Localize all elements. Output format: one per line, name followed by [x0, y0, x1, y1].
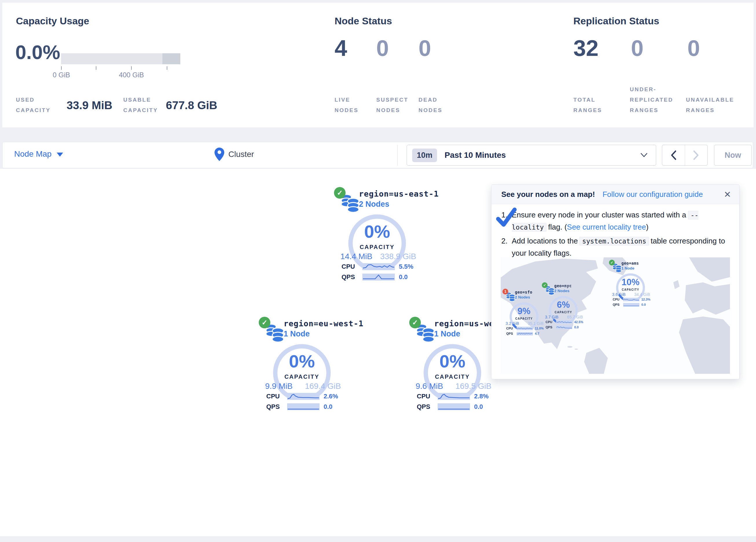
region-used-capacity: 9.9 MiB [265, 382, 293, 391]
live-nodes-label: LIVE NODES [335, 95, 359, 115]
region-group-geo-ams[interactable]: ✓ geo=ams 1 Node 10% CAPACITY 3.6 GiB 34… [610, 260, 656, 308]
view-mode-label: Node Map [14, 149, 52, 159]
region-name: region=us-east-1 [359, 189, 439, 198]
time-range-label: Past 10 Minutes [445, 150, 506, 160]
region-warning-badge: 1 [502, 289, 508, 295]
close-icon[interactable]: ✕ [724, 189, 731, 199]
check-icon: ✓ [412, 319, 418, 327]
under-replicated-count: 0 [631, 35, 643, 61]
region-total-capacity: 169.4 GiB [305, 382, 341, 391]
region-group-us-east-1[interactable]: ✓ region=us-east-1 2 Nodes 0% CAPACITY 1… [335, 189, 428, 284]
map-toolbar: Node Map Cluster 10m Past 10 Minutes Now [2, 142, 753, 168]
region-healthy-badge: ✓ [609, 260, 615, 265]
now-button[interactable]: Now [714, 145, 752, 166]
region-node-count: 2 Nodes [359, 200, 389, 209]
region-node-count: 2 Nodes [515, 295, 530, 300]
step-text: Add locations to the [512, 236, 578, 245]
region-healthy-badge: ✓ [334, 187, 346, 198]
region-node-count: 1 Node [434, 330, 460, 339]
region-group-us-west-1[interactable]: ✓ region=us-west-1 1 Node 0% CAPACITY 9.… [410, 319, 503, 414]
region-healthy-badge: ✓ [542, 282, 548, 288]
check-icon: ✓ [610, 260, 613, 264]
qps-label: QPS [266, 403, 283, 411]
capacity-gauge-percent: 0% [270, 351, 334, 372]
time-range-dropdown[interactable]: 10m Past 10 Minutes [407, 145, 656, 166]
capacity-gauge-percent: 0% [345, 221, 409, 242]
region-total-capacity: 169.5 GiB [455, 382, 491, 391]
capacity-gauge-percent: 6% [548, 300, 579, 310]
cluster-summary-panel: Capacity Usage 0.0% 0 GiB 400 GiB USED C… [2, 3, 754, 127]
capacity-usage-title: Capacity Usage [16, 15, 89, 27]
qps-value: 0.0 [474, 403, 483, 411]
capacity-gauge-label: CAPACITY [345, 244, 409, 250]
cluster-overview-page: { "stats": { "capacity": { "title": "Cap… [0, 0, 756, 542]
qps-value: 0.0 [399, 273, 408, 281]
region-group-geo-nyc[interactable]: ✓ geo=nyc 2 Nodes 6% CAPACITY 3.7 GiB 65… [542, 283, 589, 331]
cpu-value: 2.8% [474, 393, 489, 400]
cpu-value: 42.5% [574, 320, 583, 324]
suspect-nodes-label: SUSPECT NODES [376, 95, 408, 115]
cpu-label: CPU [342, 263, 358, 270]
qps-sparkline [287, 403, 320, 410]
qps-label: QPS [546, 326, 554, 329]
dead-nodes-label: DEAD NODES [419, 95, 443, 115]
step-text: flag. ( [548, 223, 567, 231]
time-forward-button[interactable] [685, 145, 708, 165]
toolbar-divider [397, 145, 398, 166]
capacity-gauge-percent: 10% [615, 277, 647, 287]
region-total-capacity: 338.9 GiB [380, 252, 416, 261]
time-step-buttons [662, 145, 708, 166]
under-replicated-label: UNDER- REPLICATED RANGES [630, 84, 673, 115]
dead-nodes-count: 0 [419, 35, 431, 61]
chevron-right-icon [693, 150, 700, 160]
cpu-value: 5.5% [399, 263, 413, 270]
cpu-sparkline [362, 263, 395, 270]
capacity-bar [61, 53, 180, 64]
qps-value: 0.0 [641, 303, 646, 307]
qps-label: QPS [613, 303, 621, 307]
region-used-capacity: 3.2 GiB [506, 321, 519, 326]
qps-sparkline [362, 274, 395, 281]
system-locations-code: system.locations [579, 237, 649, 245]
region-name: geo=ams [621, 261, 639, 265]
chevron-down-icon [640, 152, 648, 158]
total-ranges-count: 32 [573, 35, 599, 61]
capacity-percent: 0.0% [15, 41, 60, 63]
time-back-button[interactable] [662, 145, 685, 165]
step-number: 2. [501, 235, 512, 259]
cpu-value: 12.3% [641, 298, 650, 302]
usable-capacity-value: 677.8 GiB [166, 99, 217, 112]
cpu-label: CPU [506, 327, 515, 330]
qps-sparkline [556, 326, 572, 329]
region-group-eu-west-1[interactable]: ✓ region=eu-west-1 1 Node 0% CAPACITY 9.… [260, 319, 353, 414]
cpu-value: 2.6% [324, 393, 338, 400]
check-icon: ✓ [337, 189, 343, 197]
qps-label: QPS [417, 403, 434, 411]
replication-status-title: Replication Status [573, 15, 659, 27]
node-map-setup-popup: See your nodes on a map! Follow our conf… [491, 184, 740, 379]
usable-capacity-label: USABLE CAPACITY [123, 95, 158, 115]
qps-sparkline [623, 303, 639, 307]
configuration-guide-link[interactable]: Follow our configuration guide [603, 190, 703, 199]
locality-tree-link[interactable]: See current locality tree [567, 223, 646, 231]
capacity-tick [61, 66, 62, 70]
unavailable-ranges-label: UNAVAILABLE RANGES [686, 95, 734, 115]
capacity-tick-label-400: 400 GiB [119, 71, 144, 79]
view-mode-dropdown[interactable]: Node Map [14, 149, 63, 159]
region-healthy-badge: ✓ [409, 317, 421, 328]
location-pin-icon [214, 147, 225, 162]
popup-header: See your nodes on a map! Follow our conf… [491, 185, 739, 204]
check-icon: ✓ [543, 283, 546, 287]
region-name: geo=nyc [554, 284, 572, 288]
cpu-label: CPU [266, 393, 283, 400]
capacity-tick [131, 66, 132, 70]
node-status-title: Node Status [335, 15, 392, 27]
capacity-gauge-label: CAPACITY [270, 374, 334, 380]
step-text: Ensure every node in your cluster was st… [512, 210, 686, 219]
cpu-sparkline [517, 327, 533, 330]
step-done-check-icon [496, 207, 518, 230]
qps-value: 0.0 [574, 326, 579, 329]
breadcrumb[interactable]: Cluster [214, 147, 254, 162]
cpu-sparkline [556, 321, 572, 324]
region-total-capacity: 35.1 GiB [528, 321, 544, 326]
